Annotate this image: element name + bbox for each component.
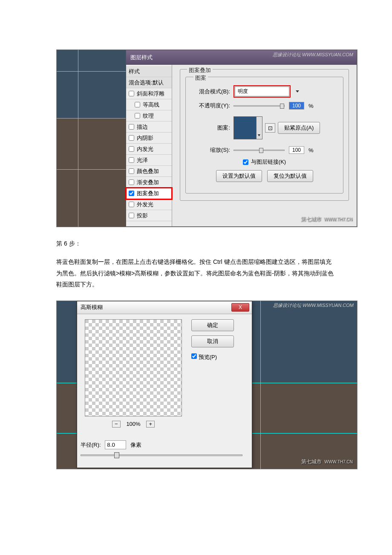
gaussian-blur-screenshot: 思缘设计论坛 WWW.MISSYUAN.COM 高斯模糊 X − 100% + … [56,301,357,469]
style-drop-shadow[interactable]: 投影 [126,210,172,221]
style-satin[interactable]: 光泽 [126,155,172,166]
close-button[interactable]: X [231,303,249,312]
blend-mode-row: 混合模式(B): 明度 [192,85,337,98]
style-bevel[interactable]: 斜面和浮雕 [126,88,172,99]
style-stroke[interactable]: 描边 [126,121,172,133]
pattern-label: 图案: [192,124,230,132]
guide-vertical [260,301,261,469]
link-row: 与图层链接(K) [192,158,337,166]
gb-controls: 确定 取消 预览(P) [184,319,247,428]
preview-canvas[interactable] [85,319,182,416]
style-contour[interactable]: 等高线 [126,99,172,110]
radius-unit: 像素 [130,442,141,448]
scale-row: 缩放(S): 100 % [192,146,337,154]
preview-row: 预览(P) [191,353,247,361]
bevel-checkbox[interactable] [129,91,134,96]
blend-mode-dropdown[interactable]: 明度 [235,87,289,96]
slider-thumb[interactable] [280,104,284,109]
gb-titlebar[interactable]: 高斯模糊 X [77,301,252,314]
pattern-overlay-panel: 图案叠加 图案 混合模式(B): 明度 [172,65,357,226]
layer-style-dialog: 图层样式 思缘设计论坛 WWW.MISSYUAN.COM 样式 混合选项:默认 … [126,50,357,227]
satin-checkbox[interactable] [129,157,134,163]
zoom-level: 100% [126,421,140,427]
scale-label: 缩放(S): [192,146,230,154]
blend-mode-highlight: 明度 [233,85,291,98]
pattern-swatch[interactable] [233,116,257,139]
drop-shadow-checkbox[interactable] [129,213,134,218]
pattern-overlay-checkbox[interactable] [129,191,134,196]
radius-input[interactable] [105,440,126,449]
watermark: 思缘设计论坛 WWW.MISSYUAN.COM [273,302,354,309]
color-overlay-checkbox[interactable] [129,168,134,174]
contour-checkbox[interactable] [135,102,140,107]
make-default-button[interactable]: 设置为默认值 [216,170,262,182]
preview-checkbox[interactable] [191,353,197,359]
scale-slider[interactable] [233,150,285,151]
watermark-bottom: 第七城市 WWW.TH7.CN [301,458,353,465]
style-color-overlay[interactable]: 颜色叠加 [126,166,172,177]
buttons-row: 设置为默认值 复位为默认值 [192,170,337,182]
watermark: 思缘设计论坛 WWW.MISSYUAN.COM [273,52,353,58]
pattern-dropdown-icon[interactable] [257,116,262,139]
guide-vertical [78,50,78,227]
gradient-overlay-checkbox[interactable] [129,179,134,185]
step-label: 第 6 步： [56,240,336,248]
opacity-input[interactable]: 100 [289,102,304,110]
style-header[interactable]: 样式 [126,66,172,77]
texture-checkbox[interactable] [135,113,140,119]
gaussian-blur-dialog: 高斯模糊 X − 100% + 确定 取消 预览(P) [77,301,252,468]
radius-slider[interactable] [81,454,242,456]
opacity-label: 不透明度(Y): [192,102,230,110]
pattern-row: 图案: ⊡ 贴紧原点(A) [192,116,337,139]
dropdown-arrow-icon[interactable] [296,90,299,92]
radius-row: 半径(R): 像素 [77,440,252,449]
new-pattern-icon[interactable]: ⊡ [265,123,275,133]
pattern-subtitle: 图案 [193,74,208,82]
snap-origin-button[interactable]: 贴紧原点(A) [278,122,320,134]
blend-mode-label: 混合模式(B): [192,88,230,95]
link-layer-checkbox[interactable] [243,159,248,165]
scale-input[interactable]: 100 [289,146,304,154]
style-list: 样式 混合选项:默认 斜面和浮雕 等高线 纹理 描边 内阴影 内发光 光泽 颜色… [126,65,172,226]
stroke-checkbox[interactable] [129,124,134,130]
watermark-bottom: 第七城市 WWW.TH7.CN [301,216,352,223]
zoom-out-button[interactable]: − [112,421,121,428]
panel-title: 图案叠加 [187,66,213,74]
cancel-button[interactable]: 取消 [191,335,234,347]
blend-options-header[interactable]: 混合选项:默认 [126,77,172,88]
style-gradient-overlay[interactable]: 渐变叠加 [126,177,172,188]
inner-glow-checkbox[interactable] [129,146,134,152]
opacity-row: 不透明度(Y): 100 % [192,102,337,110]
style-texture[interactable]: 纹理 [126,110,172,121]
gb-title: 高斯模糊 [81,304,103,311]
opacity-slider[interactable] [233,105,285,107]
reset-default-button[interactable]: 复位为默认值 [267,170,313,182]
dialog-title: 图层样式 [130,54,153,61]
style-inner-glow[interactable]: 内发光 [126,144,172,155]
dialog-titlebar[interactable]: 图层样式 思缘设计论坛 WWW.MISSYUAN.COM [126,50,357,65]
zoom-controls: − 100% + [82,421,184,428]
link-layer-label: 与图层链接(K) [251,158,286,166]
style-outer-glow[interactable]: 外发光 [126,199,172,210]
preview-area: − 100% + [82,319,184,428]
layer-style-screenshot: 图层样式 思缘设计论坛 WWW.MISSYUAN.COM 样式 混合选项:默认 … [56,49,357,227]
inner-shadow-checkbox[interactable] [129,135,134,141]
article-paragraph: 将蓝色鞋面复制一层，在图层上点击右键选择栅格化。按住 Ctrl 键点击图层缩略图… [56,256,336,290]
ok-button[interactable]: 确定 [191,319,234,331]
slider-thumb[interactable] [114,452,119,458]
radius-label: 半径(R): [81,442,101,448]
zoom-in-button[interactable]: + [146,421,155,428]
style-pattern-overlay[interactable]: 图案叠加 [126,188,172,199]
outer-glow-checkbox[interactable] [129,202,134,207]
slider-thumb[interactable] [259,148,263,153]
style-inner-shadow[interactable]: 内阴影 [126,133,172,144]
preview-label: 预览(P) [199,354,217,360]
